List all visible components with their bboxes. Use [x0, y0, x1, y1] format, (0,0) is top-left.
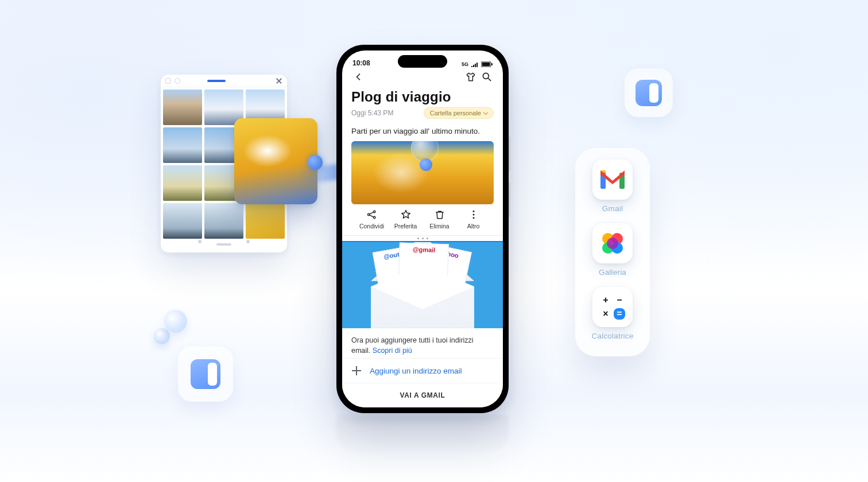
add-email-label: Aggiungi un indirizzo email	[370, 367, 462, 375]
svg-point-3	[483, 73, 489, 79]
delete-button[interactable]: Elimina	[423, 209, 456, 230]
share-icon	[366, 209, 378, 220]
more-vertical-icon	[468, 209, 479, 220]
signal-icon	[471, 61, 479, 67]
split-screen-handle-icon[interactable]	[415, 236, 430, 241]
theme-button[interactable]	[463, 69, 479, 85]
back-arrow-icon	[352, 71, 364, 83]
delete-label: Elimina	[429, 223, 449, 230]
phone-reflection	[336, 415, 509, 456]
note-action-row: Condividi Preferita Elimina Altro	[351, 204, 494, 235]
search-button[interactable]	[479, 69, 495, 85]
window-drag-handle-icon[interactable]	[207, 80, 226, 82]
app-gmail[interactable]	[592, 160, 633, 200]
envelope-illustration: @outlook @yahoo @gmail	[342, 242, 503, 328]
app-calculator-label: Calcolatrice	[592, 332, 634, 340]
battery-icon	[481, 61, 493, 67]
drag-cursor-dot-icon	[308, 155, 323, 170]
svg-point-9	[472, 217, 474, 219]
note-hero-image[interactable]	[351, 141, 494, 204]
star-icon	[400, 209, 412, 220]
share-button[interactable]: Condividi	[355, 209, 389, 230]
gallery-thumb[interactable]	[246, 203, 285, 239]
window-minimize-icon[interactable]	[175, 78, 180, 84]
floating-widget-top-right	[625, 69, 673, 117]
phone-mockup: 10:08 5G Plog di viaggio O	[336, 45, 509, 413]
folder-chip-label: Cartella personale	[430, 110, 481, 116]
svg-point-6	[373, 216, 375, 218]
add-email-row[interactable]: Aggiungi un indirizzo email	[342, 358, 503, 383]
app-gallery-label: Galleria	[599, 268, 626, 277]
gallery-thumb[interactable]	[204, 203, 243, 239]
drop-target-dot-icon	[420, 158, 432, 171]
svg-rect-1	[491, 63, 493, 65]
gallery-thumb[interactable]	[163, 203, 202, 239]
gallery-icon	[600, 231, 625, 256]
gallery-thumb[interactable]	[163, 90, 202, 125]
decorative-bubble	[164, 310, 187, 333]
favorite-label: Preferita	[394, 223, 417, 230]
more-button[interactable]: Altro	[456, 209, 490, 230]
chevron-down-icon	[483, 110, 488, 114]
phone-screen: 10:08 5G Plog di viaggio O	[342, 50, 503, 407]
dragged-photo-preview[interactable]	[234, 118, 317, 204]
go-to-gmail-button[interactable]: VAI A GMAIL	[342, 383, 503, 407]
decorative-bubble	[154, 328, 170, 344]
gmail-icon	[600, 170, 625, 189]
svg-point-8	[472, 213, 474, 215]
floating-widget-bottom-left	[178, 347, 233, 402]
plus-icon	[351, 366, 362, 376]
promo-body: Ora puoi aggiungere tutti i tuoi indiriz…	[351, 336, 474, 355]
more-label: Altro	[467, 223, 480, 230]
favorite-button[interactable]: Preferita	[389, 209, 423, 230]
folder-chip[interactable]: Cartella personale	[424, 107, 494, 119]
gallery-thumb[interactable]	[163, 165, 202, 201]
search-icon	[481, 71, 493, 83]
status-network-label: 5G	[462, 61, 468, 67]
svg-point-4	[367, 213, 369, 215]
phone-side-button	[509, 137, 510, 171]
gmail-onboarding-pane: @outlook @yahoo @gmail Ora puoi aggiunge…	[342, 241, 503, 407]
share-label: Condividi	[359, 223, 384, 230]
svg-point-7	[472, 210, 474, 212]
promo-learn-more-link[interactable]: Scopri di più	[373, 347, 412, 355]
app-dock: Gmail Galleria + − × = Calcolatrice	[575, 148, 650, 356]
calculator-icon: + − × =	[600, 294, 625, 320]
phone-side-button	[509, 182, 510, 217]
window-titlebar	[161, 75, 287, 87]
trash-icon	[434, 209, 445, 220]
shirt-icon	[465, 71, 476, 83]
note-title: Plog di viaggio	[351, 89, 494, 105]
svg-rect-2	[482, 62, 490, 66]
note-timestamp: Oggi 5:43 PM	[351, 109, 393, 117]
app-gallery[interactable]	[592, 223, 633, 263]
window-close-icon[interactable]	[276, 77, 282, 84]
note-pane: Plog di viaggio Oggi 5:43 PM Cartella pe…	[342, 87, 503, 236]
phone-notch	[398, 55, 447, 68]
app-gmail-label: Gmail	[602, 204, 623, 213]
note-top-bar	[342, 67, 503, 86]
gallery-thumb[interactable]	[163, 127, 202, 163]
app-calculator[interactable]: + − × =	[592, 287, 633, 327]
window-nav-bar	[161, 240, 287, 249]
window-maximize-icon[interactable]	[165, 78, 171, 84]
svg-point-5	[373, 211, 375, 212]
promo-text: Ora puoi aggiungere tutti i tuoi indiriz…	[342, 328, 503, 358]
note-body: Parti per un viaggio all' ultimo minuto.	[351, 127, 494, 135]
back-button[interactable]	[350, 69, 366, 85]
